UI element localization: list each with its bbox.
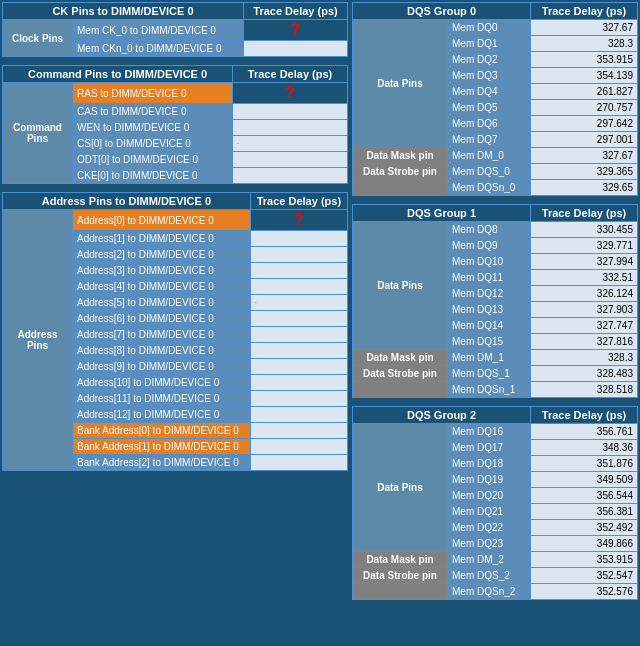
trace-value: 354.139 <box>530 68 637 84</box>
trace-value: 356.544 <box>530 488 637 504</box>
pin-label: Mem DQ9 <box>448 238 531 254</box>
trace-value: 351.876 <box>530 456 637 472</box>
pin-label: Mem DQSn_0 <box>448 180 531 196</box>
table-row: Data Strobe pin Mem DQS_0 329.365 <box>353 164 638 180</box>
pin-label: Mem DQ13 <box>448 302 531 318</box>
data-pins-label: Data Pins <box>353 222 448 350</box>
pin-label: Mem CKn_0 to DIMM/DEVICE 0 <box>73 41 244 57</box>
data-pins-label: Data Pins <box>353 424 448 552</box>
trace-value: 328.3 <box>530 350 637 366</box>
pin-label: Mem CK_0 to DIMM/DEVICE 0 <box>73 20 244 41</box>
trace-value: 327.747 <box>530 318 637 334</box>
table-row: Data Strobe pin Mem DQS_1 328.483 <box>353 366 638 382</box>
trace-value: 327.816 <box>530 334 637 350</box>
trace-value: 327.903 <box>530 302 637 318</box>
trace-value: 332.51 <box>530 270 637 286</box>
trace-value: 327.67 <box>530 148 637 164</box>
table-row: Data Mask pin Mem DM_0 327.67 <box>353 148 638 164</box>
pin-label: Address[7] to DIMM/DEVICE 0 <box>73 327 251 343</box>
pin-label: Address[8] to DIMM/DEVICE 0 <box>73 343 251 359</box>
trace-value: 261.827 <box>530 84 637 100</box>
trace-value: · <box>250 295 347 311</box>
pin-label: Address[6] to DIMM/DEVICE 0 <box>73 311 251 327</box>
pin-label: Mem DQ16 <box>448 424 531 440</box>
table-row: Data Mask pin Mem DM_2 353.915 <box>353 552 638 568</box>
pin-label: Mem DQ12 <box>448 286 531 302</box>
strobe-pin-label: Data Strobe pin <box>353 366 448 382</box>
pin-label: WEN to DIMM/DEVICE 0 <box>73 120 233 136</box>
trace-value: 297.001 <box>530 132 637 148</box>
strobe-pin-label: Data Strobe pin <box>353 568 448 584</box>
trace-value <box>250 343 347 359</box>
trace-value <box>250 359 347 375</box>
trace-value <box>250 455 347 471</box>
pin-label: Bank Address[1] to DIMM/DEVICE 0 <box>73 439 251 455</box>
pin-label: Bank Address[2] to DIMM/DEVICE 0 <box>73 455 251 471</box>
pin-label: Mem DQ19 <box>448 472 531 488</box>
pin-label: Address[0] to DIMM/DEVICE 0 <box>73 210 251 231</box>
trace-value <box>250 439 347 455</box>
trace-value <box>243 41 347 57</box>
table-row: Mem DQSn_2 352.576 <box>353 584 638 600</box>
pin-label: Mem DQ15 <box>448 334 531 350</box>
addr-trace-header: Trace Delay (ps) <box>250 193 347 210</box>
pin-label: Mem DQ2 <box>448 52 531 68</box>
trace-value <box>250 311 347 327</box>
trace-value <box>250 327 347 343</box>
pin-label: Mem DQ6 <box>448 116 531 132</box>
trace-value: 352.547 <box>530 568 637 584</box>
cmd-header: Command Pins to DIMM/DEVICE 0 <box>3 66 233 83</box>
trace-value <box>250 423 347 439</box>
pin-label: Address[3] to DIMM/DEVICE 0 <box>73 263 251 279</box>
dqs0-trace-header: Trace Delay (ps) <box>530 3 637 20</box>
trace-value: · <box>233 136 348 152</box>
pin-label: Mem DQ7 <box>448 132 531 148</box>
table-row: Data Pins Mem DQ16 356.761 <box>353 424 638 440</box>
pin-label: Mem DQ18 <box>448 456 531 472</box>
pin-label: RAS to DIMM/DEVICE 0 <box>73 83 233 104</box>
pin-label: CAS to DIMM/DEVICE 0 <box>73 104 233 120</box>
trace-value: 352.492 <box>530 520 637 536</box>
pin-label: Mem DM_1 <box>448 350 531 366</box>
addr-table: Address Pins to DIMM/DEVICE 0 Trace Dela… <box>2 192 348 471</box>
trace-value: 270.757 <box>530 100 637 116</box>
pin-label: Mem DQS_2 <box>448 568 531 584</box>
dqs2-table: DQS Group 2 Trace Delay (ps) Data Pins M… <box>352 406 638 600</box>
pin-label: CS[0] to DIMM/DEVICE 0 <box>73 136 233 152</box>
pin-label: Mem DQ20 <box>448 488 531 504</box>
trace-value: 353.915 <box>530 52 637 68</box>
pin-label: Mem DQ14 <box>448 318 531 334</box>
pin-label: Mem DQ1 <box>448 36 531 52</box>
dqs1-table: DQS Group 1 Trace Delay (ps) Data Pins M… <box>352 204 638 398</box>
dqs2-trace-header: Trace Delay (ps) <box>530 407 637 424</box>
trace-value <box>250 279 347 295</box>
dqs1-trace-header: Trace Delay (ps) <box>530 205 637 222</box>
pin-label: Address[11] to DIMM/DEVICE 0 <box>73 391 251 407</box>
dqs0-table: DQS Group 0 Trace Delay (ps) Data Pins M… <box>352 2 638 196</box>
pin-label: Address[10] to DIMM/DEVICE 0 <box>73 375 251 391</box>
pin-label: Address[12] to DIMM/DEVICE 0 <box>73 407 251 423</box>
pin-label: Mem DQ23 <box>448 536 531 552</box>
table-row: Data Mask pin Mem DM_1 328.3 <box>353 350 638 366</box>
mask-pin-label: Data Mask pin <box>353 350 448 366</box>
table-row: Clock Pins Mem CK_0 to DIMM/DEVICE 0 ? <box>3 20 348 41</box>
trace-value: 329.65 <box>530 180 637 196</box>
pin-label: Address[2] to DIMM/DEVICE 0 <box>73 247 251 263</box>
mask-pin-label: Data Mask pin <box>353 552 448 568</box>
trace-value: 348.36 <box>530 440 637 456</box>
table-row: Data Pins Mem DQ8 330.455 <box>353 222 638 238</box>
pin-label: Mem DQ17 <box>448 440 531 456</box>
trace-value: 353.915 <box>530 552 637 568</box>
pin-label-empty <box>353 382 448 398</box>
command-pins-label: Command Pins <box>3 83 73 184</box>
trace-value <box>250 375 347 391</box>
pin-label: Mem DQ4 <box>448 84 531 100</box>
trace-value: 349.866 <box>530 536 637 552</box>
pin-label: Mem DQ5 <box>448 100 531 116</box>
mask-pin-label: Data Mask pin <box>353 148 448 164</box>
strobe-pin-label: Data Strobe pin <box>353 164 448 180</box>
clock-pins-label: Clock Pins <box>3 20 73 57</box>
pin-label: Mem DQ3 <box>448 68 531 84</box>
dqs0-header: DQS Group 0 <box>353 3 531 20</box>
cmd-trace-header: Trace Delay (ps) <box>233 66 348 83</box>
